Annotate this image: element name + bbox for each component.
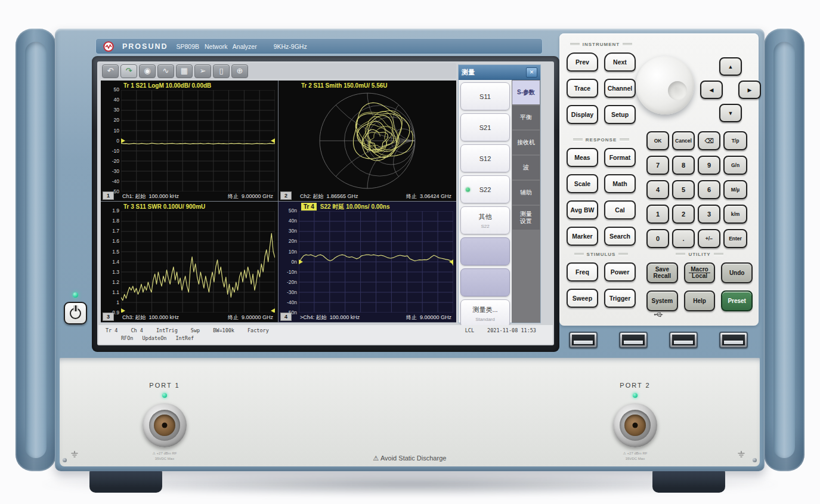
key-decimal[interactable]: .	[672, 229, 695, 248]
trace-title: Tr 3 S11 SWR 0.100U/ 900mU	[123, 202, 277, 211]
pointer-tool-icon[interactable]: ➢	[194, 64, 211, 78]
key-9[interactable]: 9	[698, 156, 720, 175]
y-tick: 40	[114, 97, 119, 103]
menu-button-s12[interactable]: S12	[460, 144, 510, 172]
delete-icon[interactable]: ▯	[213, 64, 230, 78]
key-plus-minus[interactable]: +/−	[698, 229, 720, 248]
usb-strip	[559, 327, 759, 353]
measurement-window-3[interactable]: Tr 3 S11 SWR 0.100U/ 900mU 1.91.81.71.61…	[101, 202, 278, 322]
menu-button-s22[interactable]: S22	[460, 175, 510, 203]
peak-search-icon[interactable]: ∿	[157, 64, 174, 78]
key-mega-micro[interactable]: M/µ	[723, 180, 747, 199]
rotary-knob[interactable]	[636, 56, 694, 115]
key-kilo-milli[interactable]: k/m	[723, 205, 747, 224]
redo-icon[interactable]: ↷	[120, 64, 137, 78]
cal-button[interactable]: Cal	[604, 200, 636, 219]
y-tick: 1.7	[112, 228, 119, 234]
menu-button-s11[interactable]: S11	[460, 82, 510, 110]
status-item: RFOn	[121, 335, 133, 341]
save-recall-button[interactable]: SaveRecall	[646, 262, 678, 283]
marker-button[interactable]: Marker	[567, 227, 598, 246]
preview-icon[interactable]: ▦	[176, 64, 193, 78]
key-4[interactable]: 4	[646, 180, 669, 199]
zoom-in-icon[interactable]: ⊕	[231, 64, 248, 78]
key-ok[interactable]: OK	[646, 131, 669, 150]
key-0[interactable]: 0	[646, 229, 669, 248]
undo-button[interactable]: Undo	[721, 262, 753, 283]
menu-button-blank-6[interactable]	[460, 268, 510, 296]
key-7[interactable]: 7	[646, 156, 669, 175]
macro-local-button[interactable]: MacroLocal	[684, 262, 716, 283]
undo-icon[interactable]: ↶	[102, 64, 119, 78]
arrow-left-button[interactable]: ◀	[700, 81, 723, 99]
menu-button-label: S22	[479, 186, 491, 193]
meas-button[interactable]: Meas	[567, 148, 598, 167]
usb-port	[569, 332, 598, 348]
arrow-right-button[interactable]: ▶	[738, 81, 761, 99]
key-1[interactable]: 1	[646, 205, 669, 224]
display-button[interactable]: Display	[567, 105, 598, 124]
key-giga-nano[interactable]: G/n	[723, 156, 747, 175]
group-stimulus: STIMULUSFreqPowerSweepTrigger	[567, 252, 636, 308]
status-item: Factory	[247, 327, 269, 333]
power-button[interactable]: Power	[604, 262, 636, 282]
next-button[interactable]: Next	[604, 52, 636, 72]
screenshot-icon[interactable]: ◉	[139, 64, 156, 78]
key-enter[interactable]: Enter	[723, 229, 747, 248]
help-button[interactable]: Help	[684, 290, 716, 311]
channel-button[interactable]: Channel	[604, 79, 636, 98]
format-button[interactable]: Format	[604, 148, 636, 167]
y-tick: -40n	[287, 300, 297, 305]
sweep-stop: 终止 3.06424 GHz	[406, 193, 451, 200]
menu-tab-4[interactable]: 辅助	[512, 181, 540, 205]
key-5[interactable]: 5	[672, 180, 695, 199]
brand-logo-icon	[103, 41, 114, 52]
menu-button-blank-5[interactable]	[460, 237, 510, 265]
trace-button[interactable]: Trace	[567, 79, 598, 98]
screw	[63, 458, 67, 462]
key-6[interactable]: 6	[698, 180, 720, 199]
status-row-1: Tr 4Ch 4IntTrigSwpBW=100kFactory	[106, 327, 269, 333]
system-button[interactable]: System	[646, 290, 678, 311]
y-tick: -20	[112, 159, 119, 164]
avg-bw-button[interactable]: Avg BW	[567, 200, 598, 219]
key-backspace[interactable]: ⌫	[698, 131, 720, 150]
key-8[interactable]: 8	[672, 156, 695, 175]
search-button[interactable]: Search	[604, 227, 636, 246]
menu-tab-5[interactable]: 测量 设置	[512, 206, 540, 230]
measurement-window-4[interactable]: Tr 4S22 时延 10.00ns/ 0.00ns 50n40n30n20n1…	[279, 202, 456, 322]
measurement-window-1[interactable]: Tr 1 S21 LogM 10.00dB/ 0.00dB 5040302010…	[101, 81, 278, 201]
arrow-up-button[interactable]: ▲	[719, 57, 742, 76]
freq-button[interactable]: Freq	[567, 262, 598, 282]
preset-button[interactable]: Preset	[721, 290, 753, 311]
key-2[interactable]: 2	[672, 205, 695, 224]
menu-button-item[interactable]: 测量类...Standard	[460, 299, 510, 327]
setup-button[interactable]: Setup	[604, 105, 636, 124]
menu-button-s21[interactable]: S21	[460, 113, 510, 141]
math-button[interactable]: Math	[604, 174, 636, 193]
sweep-button[interactable]: Sweep	[567, 289, 598, 308]
prev-button[interactable]: Prev	[567, 52, 598, 72]
static-warning-text: Avoid Static Discharge	[380, 454, 446, 462]
measurement-window-2[interactable]: Tr 2 S11 Smith 150.0mU/ 5.56U Ch2: 起始 1.…	[279, 81, 456, 201]
power-button[interactable]	[64, 302, 87, 324]
power-led	[73, 292, 78, 298]
scale-button[interactable]: Scale	[567, 174, 598, 193]
menu-tab-2[interactable]: 接收机	[512, 131, 540, 154]
key-cancel[interactable]: Cancel	[672, 131, 695, 150]
y-tick: 1.5	[112, 249, 119, 255]
clock: 2021-11-08 11:53	[487, 327, 536, 333]
menu-close-button[interactable]: ✕	[526, 67, 537, 78]
port1-label: PORT 1	[128, 382, 201, 389]
menu-button-item[interactable]: 其他S22	[460, 206, 510, 234]
key-tera-pico[interactable]: T/p	[723, 131, 747, 150]
key-3[interactable]: 3	[698, 205, 720, 224]
menu-tab-1[interactable]: 平衡	[512, 106, 540, 129]
trigger-button[interactable]: Trigger	[604, 289, 636, 308]
arrow-down-button[interactable]: ▼	[719, 104, 742, 122]
menu-tab-0[interactable]: S-参数	[512, 81, 540, 104]
status-item: UpdateOn	[142, 335, 166, 341]
group-response: RESPONSEMeasFormatScaleMathAvg BWCalMark…	[567, 137, 636, 246]
menu-tab-3[interactable]: 波	[512, 156, 540, 180]
status-right: LCL 2021-11-08 11:53	[465, 327, 536, 333]
